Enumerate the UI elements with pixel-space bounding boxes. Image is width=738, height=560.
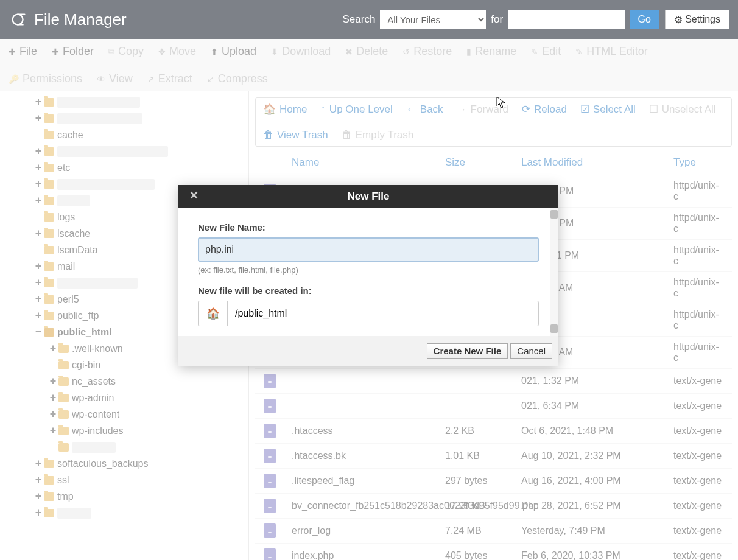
new-file-path-input[interactable] (227, 301, 539, 326)
dialog-scrollbar[interactable] (550, 208, 558, 336)
settings-button[interactable]: ⚙ Settings (665, 10, 729, 29)
svg-point-0 (13, 15, 23, 25)
close-icon[interactable]: ✕ (189, 189, 199, 202)
file-name-hint: (ex: file.txt, file.html, file.php) (198, 265, 539, 275)
cpanel-logo (9, 9, 29, 30)
go-button[interactable]: Go (630, 10, 659, 29)
home-icon[interactable]: 🏠 (198, 301, 227, 326)
search-input[interactable] (508, 10, 625, 29)
dialog-title-bar[interactable]: ✕ New File (178, 185, 558, 208)
settings-label: Settings (685, 14, 720, 25)
for-label: for (491, 13, 503, 26)
search-scope-select[interactable]: All Your Files (380, 10, 486, 29)
new-file-dialog: ✕ New File New File Name: (ex: file.txt,… (178, 185, 558, 366)
new-file-name-label: New File Name: (198, 222, 539, 233)
create-new-file-button[interactable]: Create New File (427, 343, 508, 359)
dialog-footer: Create New File Cancel (178, 336, 558, 366)
gear-icon: ⚙ (674, 14, 683, 26)
cancel-button[interactable]: Cancel (510, 343, 552, 359)
search-label: Search (342, 13, 375, 26)
dialog-title: New File (348, 191, 390, 203)
new-file-name-input[interactable] (198, 237, 539, 262)
path-label: New file will be created in: (198, 285, 539, 296)
header: File Manager Search All Your Files for G… (0, 0, 738, 39)
app-title: File Manager (34, 10, 127, 29)
dialog-body: New File Name: (ex: file.txt, file.html,… (178, 208, 558, 336)
